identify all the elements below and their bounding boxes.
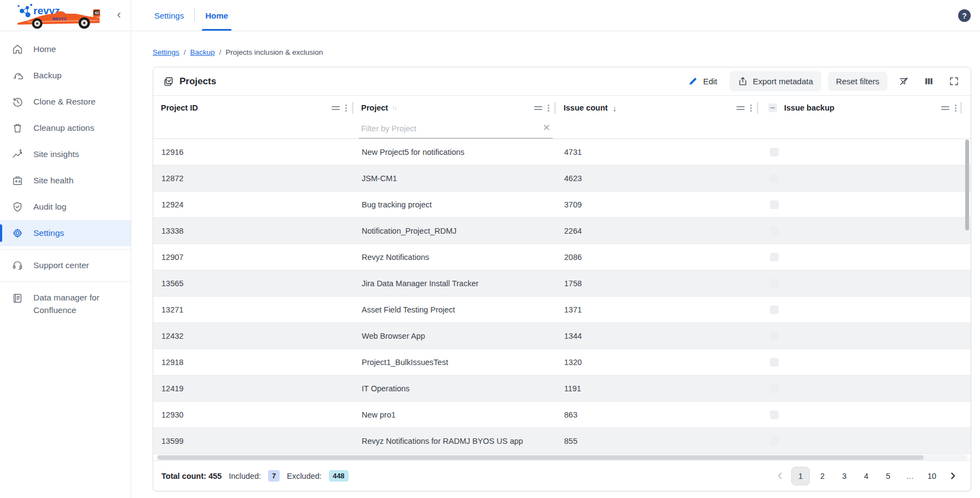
column-drag-handle[interactable]	[737, 106, 745, 110]
project-filter: ✕	[359, 120, 553, 138]
issue-backup-checkbox[interactable]	[770, 148, 779, 157]
tab-home-label: Home	[205, 11, 228, 20]
sidebar-divider	[0, 281, 131, 282]
issue-backup-checkbox[interactable]	[770, 358, 779, 367]
issue-backup-checkbox[interactable]	[770, 200, 779, 209]
page-button-1[interactable]: 1	[791, 467, 810, 485]
column-drag-handle[interactable]	[534, 106, 542, 110]
column-menu-icon[interactable]	[345, 105, 347, 112]
cell-project-id: 13271	[153, 297, 353, 322]
breadcrumb-link-settings[interactable]: Settings	[153, 48, 179, 56]
cell-project-id: 12432	[153, 323, 353, 349]
breadcrumb-link-backup[interactable]: Backup	[190, 48, 215, 56]
topbar: Settings Home ?	[131, 0, 980, 31]
header-row: Project ID Project ↑↓	[153, 96, 971, 120]
filter-off-button[interactable]	[894, 73, 913, 90]
column-header-issue-count[interactable]: Issue count ↓	[556, 96, 758, 120]
filter-by-project-input[interactable]	[359, 122, 541, 136]
cell-project: Revyz Notifications	[353, 244, 556, 270]
sidebar-item-label: Site insights	[33, 149, 79, 159]
table-row[interactable]: 12872 JSM-CM1 4623	[153, 165, 971, 192]
tab-divider	[194, 9, 195, 22]
column-menu-icon[interactable]	[548, 105, 549, 112]
column-drag-handle[interactable]	[332, 106, 340, 110]
svg-text:REVYZ: REVYZ	[53, 16, 66, 21]
column-menu-icon[interactable]	[955, 105, 956, 112]
export-metadata-button[interactable]: Export metadata	[729, 71, 821, 91]
table-row[interactable]: 12930 New pro1 863	[153, 402, 971, 428]
table-row[interactable]: 12419 IT Operations 1191	[153, 375, 971, 402]
issue-backup-checkbox[interactable]	[770, 253, 779, 262]
edit-button[interactable]: Edit	[682, 72, 723, 90]
page-button-3[interactable]: 3	[835, 467, 854, 485]
svg-text:42: 42	[95, 11, 99, 15]
horizontal-scrollbar-thumb[interactable]	[158, 455, 924, 460]
cell-project-id: 12907	[153, 244, 353, 270]
page-button-10[interactable]: 10	[923, 467, 941, 485]
table-row[interactable]: 13338 Notification_Project_RDMJ 2264	[153, 218, 971, 244]
sort-desc-icon[interactable]: ↓	[613, 103, 617, 113]
sidebar-item-backup[interactable]: Backup	[0, 62, 131, 89]
sort-both-icon[interactable]: ↑↓	[392, 104, 396, 112]
sidebar-item-settings[interactable]: Settings	[0, 220, 131, 246]
page-content: Settings / Backup / Projects inclusion &…	[131, 31, 980, 498]
tab-home[interactable]: Home	[203, 0, 230, 31]
table-row[interactable]: 12918 Project1_BulkIssuesTest 1320	[153, 349, 971, 375]
select-all-checkbox[interactable]	[768, 103, 777, 112]
sidebar-item-site-health[interactable]: Site health	[0, 167, 131, 194]
sidebar-item-site-insights[interactable]: Site insights	[0, 141, 131, 167]
vertical-scrollbar-thumb[interactable]	[965, 140, 969, 230]
sidebar-item-audit-log[interactable]: Audit log	[0, 194, 131, 220]
cell-project-id: 13565	[153, 270, 353, 296]
sidebar-item-label: Home	[33, 44, 56, 54]
horizontal-scrollbar[interactable]	[156, 455, 967, 460]
table-row[interactable]: 12924 Bug tracking project 3709	[153, 192, 971, 218]
column-header-project-id[interactable]: Project ID	[153, 96, 353, 120]
sidebar-item-support-center[interactable]: Support center	[0, 252, 131, 279]
sidebar-item-data-manager-confluence[interactable]: Data manager for Confluence	[0, 285, 131, 323]
page-button-5[interactable]: 5	[879, 467, 897, 485]
sidebar-item-cleanup-actions[interactable]: Cleanup actions	[0, 115, 131, 141]
column-header-project[interactable]: Project ↑↓	[353, 96, 556, 120]
gear-icon	[11, 227, 24, 239]
issue-backup-checkbox[interactable]	[770, 305, 779, 314]
page-button-2[interactable]: 2	[813, 467, 832, 485]
cell-project: New Project5 for notifications	[353, 139, 556, 165]
issue-backup-checkbox[interactable]	[770, 279, 779, 288]
help-icon[interactable]: ?	[958, 9, 971, 22]
sidebar-collapse-icon[interactable]: ‹	[117, 9, 121, 21]
column-menu-icon[interactable]	[750, 105, 752, 112]
cell-issue-backup	[758, 428, 971, 454]
logo-area: revyz 42 REVYZ ‹	[0, 0, 131, 31]
table-row[interactable]: 12907 Revyz Notifications 2086	[153, 244, 971, 270]
column-header-issue-backup[interactable]: Issue backup	[758, 96, 971, 120]
health-badge-icon	[11, 175, 24, 187]
next-page-icon[interactable]	[944, 467, 961, 485]
fullscreen-button[interactable]	[944, 73, 963, 90]
sidebar-item-clone-restore[interactable]: Clone & Restore	[0, 89, 131, 115]
table-row[interactable]: 13271 Asset Field Testing Project 1371	[153, 297, 971, 323]
reset-filters-button[interactable]: Reset filters	[828, 72, 888, 91]
column-drag-handle[interactable]	[941, 106, 949, 110]
main-area: Settings Home ? Settings / Backup / Proj…	[131, 0, 980, 498]
table-row[interactable]: 12916 New Project5 for notifications 473…	[153, 139, 971, 165]
page-button-4[interactable]: 4	[857, 467, 875, 485]
cell-issue-count: 4731	[556, 139, 758, 165]
issue-backup-checkbox[interactable]	[770, 384, 779, 393]
cell-issue-count: 4623	[556, 165, 758, 191]
table-row[interactable]: 13599 Revyz Notifications for RADMJ BYOS…	[153, 428, 971, 454]
issue-backup-checkbox[interactable]	[770, 174, 779, 183]
table-row[interactable]: 12432 Web Browser App 1344	[153, 323, 971, 349]
table-row[interactable]: 13565 Jira Data Manager Install Tracker …	[153, 270, 971, 297]
issue-backup-checkbox[interactable]	[770, 332, 779, 340]
tab-settings[interactable]: Settings	[152, 0, 186, 31]
edit-button-label: Edit	[703, 77, 717, 86]
issue-backup-checkbox[interactable]	[770, 227, 779, 235]
issue-backup-checkbox[interactable]	[770, 437, 779, 445]
sidebar-item-home[interactable]: Home	[0, 36, 131, 62]
clear-filter-icon[interactable]: ✕	[541, 122, 553, 136]
columns-button[interactable]	[919, 73, 938, 90]
previous-page-icon[interactable]	[772, 467, 788, 485]
vertical-scrollbar[interactable]	[965, 140, 969, 491]
issue-backup-checkbox[interactable]	[770, 410, 779, 419]
